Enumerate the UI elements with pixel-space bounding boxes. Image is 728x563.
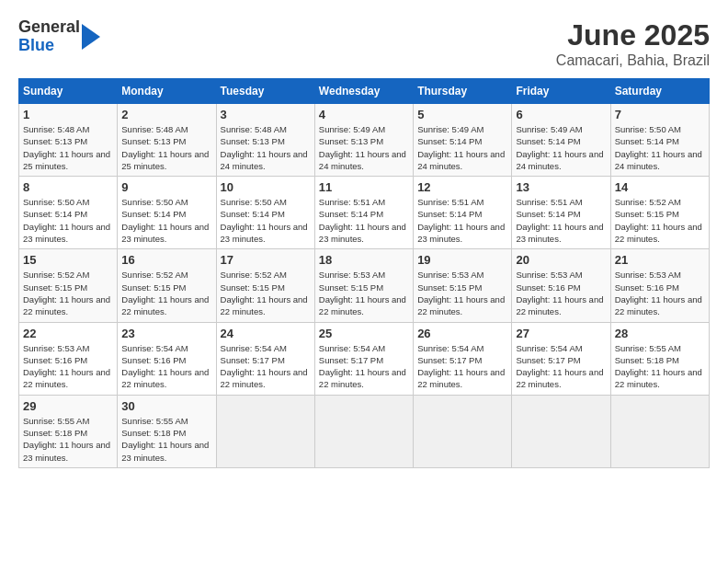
calendar-week-row: 8Sunrise: 5:50 AMSunset: 5:14 PMDaylight…	[19, 177, 710, 249]
day-number: 3	[221, 108, 311, 121]
calendar-cell	[512, 395, 610, 467]
calendar-cell: 20Sunrise: 5:53 AMSunset: 5:16 PMDayligh…	[512, 249, 610, 322]
calendar-cell: 30Sunrise: 5:55 AMSunset: 5:18 PMDayligh…	[118, 395, 216, 467]
calendar-cell: 17Sunrise: 5:52 AMSunset: 5:15 PMDayligh…	[216, 249, 314, 322]
day-info: Sunrise: 5:55 AMSunset: 5:18 PMDaylight:…	[23, 415, 113, 464]
day-info: Sunrise: 5:54 AMSunset: 5:16 PMDaylight:…	[121, 342, 211, 391]
day-number: 25	[319, 327, 409, 340]
day-number: 4	[319, 108, 409, 121]
logo-text: General Blue	[18, 18, 80, 55]
day-info: Sunrise: 5:51 AMSunset: 5:14 PMDaylight:…	[319, 196, 409, 245]
day-info: Sunrise: 5:54 AMSunset: 5:17 PMDaylight:…	[417, 342, 507, 391]
calendar-cell: 24Sunrise: 5:54 AMSunset: 5:17 PMDayligh…	[216, 322, 314, 395]
day-info: Sunrise: 5:53 AMSunset: 5:16 PMDaylight:…	[516, 269, 606, 317]
day-info: Sunrise: 5:48 AMSunset: 5:13 PMDaylight:…	[23, 123, 113, 172]
day-number: 6	[516, 108, 606, 121]
day-number: 27	[516, 327, 606, 340]
day-number: 15	[23, 253, 113, 267]
weekday-header: Saturday	[610, 79, 709, 104]
calendar-cell: 1Sunrise: 5:48 AMSunset: 5:13 PMDaylight…	[19, 104, 118, 177]
day-number: 23	[121, 327, 211, 340]
day-number: 5	[417, 108, 507, 121]
calendar-cell: 11Sunrise: 5:51 AMSunset: 5:14 PMDayligh…	[314, 177, 413, 249]
day-info: Sunrise: 5:53 AMSunset: 5:15 PMDaylight:…	[319, 269, 409, 317]
day-number: 26	[417, 327, 507, 340]
month-title: June 2025	[556, 18, 710, 52]
weekday-header: Tuesday	[216, 79, 314, 104]
day-info: Sunrise: 5:54 AMSunset: 5:17 PMDaylight:…	[319, 342, 409, 391]
calendar-cell: 3Sunrise: 5:48 AMSunset: 5:13 PMDaylight…	[216, 104, 314, 177]
weekday-header: Wednesday	[314, 79, 413, 104]
day-info: Sunrise: 5:51 AMSunset: 5:14 PMDaylight:…	[417, 196, 507, 245]
calendar-cell	[414, 395, 512, 467]
calendar-cell: 16Sunrise: 5:52 AMSunset: 5:15 PMDayligh…	[118, 249, 216, 322]
logo-general: General	[18, 18, 80, 37]
calendar-cell: 9Sunrise: 5:50 AMSunset: 5:14 PMDaylight…	[118, 177, 216, 249]
day-info: Sunrise: 5:55 AMSunset: 5:18 PMDaylight:…	[121, 415, 211, 464]
day-number: 10	[221, 180, 311, 194]
calendar-cell	[216, 395, 314, 467]
day-number: 16	[121, 253, 211, 267]
day-info: Sunrise: 5:48 AMSunset: 5:13 PMDaylight:…	[121, 123, 211, 172]
day-number: 17	[221, 253, 311, 267]
weekday-header: Monday	[118, 79, 216, 104]
day-number: 28	[615, 327, 705, 340]
calendar-cell: 4Sunrise: 5:49 AMSunset: 5:13 PMDaylight…	[314, 104, 413, 177]
day-number: 11	[319, 180, 409, 194]
calendar-cell: 23Sunrise: 5:54 AMSunset: 5:16 PMDayligh…	[118, 322, 216, 395]
day-number: 24	[221, 327, 311, 340]
day-info: Sunrise: 5:54 AMSunset: 5:17 PMDaylight:…	[221, 342, 311, 391]
calendar-header-row: SundayMondayTuesdayWednesdayThursdayFrid…	[19, 79, 710, 104]
logo-blue: Blue	[18, 37, 80, 55]
day-info: Sunrise: 5:50 AMSunset: 5:14 PMDaylight:…	[615, 123, 705, 172]
weekday-header: Friday	[512, 79, 610, 104]
day-number: 20	[516, 253, 606, 267]
calendar-cell: 21Sunrise: 5:53 AMSunset: 5:16 PMDayligh…	[610, 249, 709, 322]
day-info: Sunrise: 5:53 AMSunset: 5:16 PMDaylight:…	[615, 269, 705, 317]
day-number: 14	[615, 180, 705, 194]
calendar-cell: 28Sunrise: 5:55 AMSunset: 5:18 PMDayligh…	[610, 322, 709, 395]
calendar-week-row: 15Sunrise: 5:52 AMSunset: 5:15 PMDayligh…	[19, 249, 710, 322]
day-number: 18	[319, 253, 409, 267]
day-number: 12	[417, 180, 507, 194]
day-number: 30	[121, 399, 211, 413]
calendar-cell: 12Sunrise: 5:51 AMSunset: 5:14 PMDayligh…	[414, 177, 512, 249]
day-info: Sunrise: 5:50 AMSunset: 5:14 PMDaylight:…	[221, 196, 311, 245]
calendar-cell: 5Sunrise: 5:49 AMSunset: 5:14 PMDaylight…	[414, 104, 512, 177]
calendar-cell: 18Sunrise: 5:53 AMSunset: 5:15 PMDayligh…	[314, 249, 413, 322]
location: Camacari, Bahia, Brazil	[556, 52, 710, 69]
calendar-cell: 13Sunrise: 5:51 AMSunset: 5:14 PMDayligh…	[512, 177, 610, 249]
calendar-cell: 14Sunrise: 5:52 AMSunset: 5:15 PMDayligh…	[610, 177, 709, 249]
day-info: Sunrise: 5:53 AMSunset: 5:15 PMDaylight:…	[417, 269, 507, 317]
page-header: General Blue June 2025 Camacari, Bahia, …	[18, 18, 710, 69]
calendar-cell	[610, 395, 709, 467]
day-info: Sunrise: 5:49 AMSunset: 5:14 PMDaylight:…	[516, 123, 606, 172]
day-number: 8	[23, 180, 113, 194]
day-info: Sunrise: 5:52 AMSunset: 5:15 PMDaylight:…	[23, 269, 113, 317]
day-info: Sunrise: 5:51 AMSunset: 5:14 PMDaylight:…	[516, 196, 606, 245]
calendar-cell: 6Sunrise: 5:49 AMSunset: 5:14 PMDaylight…	[512, 104, 610, 177]
day-number: 29	[23, 399, 113, 413]
title-block: June 2025 Camacari, Bahia, Brazil	[556, 18, 710, 69]
day-info: Sunrise: 5:52 AMSunset: 5:15 PMDaylight:…	[121, 269, 211, 317]
day-info: Sunrise: 5:49 AMSunset: 5:14 PMDaylight:…	[417, 123, 507, 172]
calendar-cell: 26Sunrise: 5:54 AMSunset: 5:17 PMDayligh…	[414, 322, 512, 395]
day-info: Sunrise: 5:48 AMSunset: 5:13 PMDaylight:…	[221, 123, 311, 172]
day-info: Sunrise: 5:52 AMSunset: 5:15 PMDaylight:…	[615, 196, 705, 245]
calendar-week-row: 22Sunrise: 5:53 AMSunset: 5:16 PMDayligh…	[19, 322, 710, 395]
day-number: 21	[615, 253, 705, 267]
calendar-cell	[314, 395, 413, 467]
logo-icon	[82, 24, 100, 50]
calendar-cell: 8Sunrise: 5:50 AMSunset: 5:14 PMDaylight…	[19, 177, 118, 249]
day-number: 19	[417, 253, 507, 267]
day-info: Sunrise: 5:49 AMSunset: 5:13 PMDaylight:…	[319, 123, 409, 172]
day-info: Sunrise: 5:55 AMSunset: 5:18 PMDaylight:…	[615, 342, 705, 391]
calendar-cell: 7Sunrise: 5:50 AMSunset: 5:14 PMDaylight…	[610, 104, 709, 177]
calendar-cell: 25Sunrise: 5:54 AMSunset: 5:17 PMDayligh…	[314, 322, 413, 395]
weekday-header: Thursday	[414, 79, 512, 104]
calendar-cell: 27Sunrise: 5:54 AMSunset: 5:17 PMDayligh…	[512, 322, 610, 395]
calendar-cell: 2Sunrise: 5:48 AMSunset: 5:13 PMDaylight…	[118, 104, 216, 177]
day-number: 13	[516, 180, 606, 194]
calendar-table: SundayMondayTuesdayWednesdayThursdayFrid…	[18, 78, 710, 468]
day-number: 1	[23, 108, 113, 121]
